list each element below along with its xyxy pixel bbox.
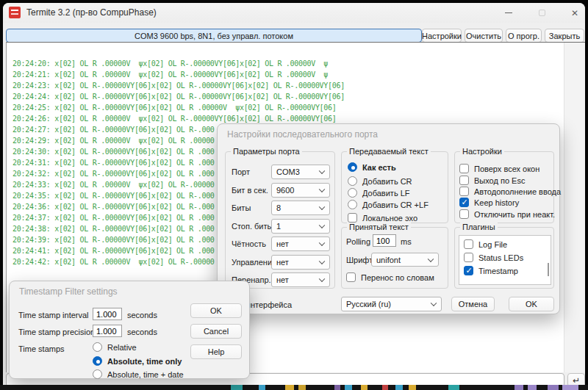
radio-icon xyxy=(93,356,102,366)
checkbox-keep-history[interactable]: Keep history xyxy=(459,198,519,207)
plugins-group: Плагины Log File Status LEDs Timestamp xyxy=(454,227,554,289)
port-parameters-group-label: Параметры порта xyxy=(231,147,302,156)
checkbox-local-echo[interactable]: Локальное эхо xyxy=(348,213,417,223)
timestamp-ok-button[interactable]: OK xyxy=(190,303,242,318)
checkbox-icon xyxy=(464,239,473,249)
timestamp-filter-dialog: Timestamp Filter settings Time stamp int… xyxy=(9,281,250,379)
taskbar-segment xyxy=(528,385,537,390)
port-select[interactable]: COM3 xyxy=(271,165,330,179)
timestamp-help-button[interactable]: Help xyxy=(190,344,242,359)
close-icon: ✕ xyxy=(571,9,578,18)
language-select[interactable]: Русский (ru) xyxy=(341,297,442,311)
taskbar-segment xyxy=(448,385,459,390)
stopbits-select[interactable]: 1 xyxy=(271,219,330,234)
interval-input[interactable] xyxy=(93,308,122,320)
flowcontrol-select[interactable]: нет xyxy=(271,255,330,270)
forward-value: нет xyxy=(276,275,289,284)
databits-select[interactable]: 8 xyxy=(271,201,330,215)
parity-label: Чётность xyxy=(232,239,266,248)
chevron-down-icon xyxy=(319,168,325,174)
chevron-down-icon xyxy=(319,187,325,192)
interval-label: Time stamp interval xyxy=(18,311,89,319)
baud-label: Бит в сек. xyxy=(232,186,268,195)
parity-value: нет xyxy=(276,239,289,248)
minimize-button[interactable] xyxy=(494,3,523,23)
options-group-label: Настройки xyxy=(460,147,504,156)
taskbar-segment xyxy=(334,385,340,390)
received-text-group-label: Принятый текст xyxy=(347,223,411,231)
baud-select[interactable]: 9600 xyxy=(271,183,330,198)
flowcontrol-label: Управление xyxy=(232,258,276,267)
serial-ok-button[interactable]: OK xyxy=(509,297,554,311)
radio-append-crlf[interactable]: Добавить CR +LF xyxy=(348,200,429,209)
terminal-line: 20:24:21: x[02] OL R .00000V ψx[02] OL R… xyxy=(12,69,345,80)
baud-value: 9600 xyxy=(276,186,294,195)
taskbar-segment xyxy=(548,385,559,390)
radio-relative[interactable]: Relative xyxy=(93,342,137,352)
close-app-button[interactable]: Закрыть xyxy=(545,29,584,43)
radio-append-nothing[interactable]: Как есть xyxy=(348,162,396,172)
radio-icon xyxy=(348,176,357,186)
port-status-button[interactable]: COM3 9600 bps, 8N1, без управл. потоком xyxy=(6,29,422,43)
radio-label: Добавить CR xyxy=(362,177,412,186)
plugin-log-file[interactable]: Log File xyxy=(464,239,507,249)
plugins-listbox[interactable]: Log File Status LEDs Timestamp xyxy=(459,235,551,285)
maximize-button[interactable] xyxy=(527,3,556,23)
radio-icon xyxy=(348,188,357,198)
radio-absolute-time-only[interactable]: Absolute, time only xyxy=(93,356,182,366)
checkbox-icon xyxy=(464,253,473,262)
checkbox-close-inactive[interactable]: Отключить при неакт. xyxy=(459,209,555,219)
checkbox-word-wrap[interactable]: Перенос по словам xyxy=(346,272,434,282)
settings-button[interactable]: Настройки xyxy=(422,29,462,43)
close-button[interactable]: ✕ xyxy=(560,3,588,23)
radio-absolute-time-date[interactable]: Absolute, time + date xyxy=(93,369,184,379)
checkbox-stay-on-top[interactable]: Поверх всех окон xyxy=(459,164,539,173)
parity-select[interactable]: нет xyxy=(271,236,330,251)
clear-button[interactable]: Очистить xyxy=(465,29,503,43)
timestamp-dialog-title: Timestamp Filter settings xyxy=(19,286,118,297)
minimize-icon xyxy=(505,12,512,13)
precision-input[interactable] xyxy=(93,325,122,337)
about-button[interactable]: О прогр. xyxy=(506,29,542,43)
radio-icon xyxy=(93,369,102,379)
terminal-line: 20:24:23: x[02] OL R-.00000VY[06]x[02] O… xyxy=(12,80,345,91)
terminal-line: 20:24:24: x[02] OL R-.00000VY[06]x[02] O… xyxy=(12,91,345,102)
precision-unit: seconds xyxy=(127,328,157,336)
taskbar-segment xyxy=(395,385,403,390)
chevron-down-icon xyxy=(319,223,325,228)
checkbox-icon xyxy=(348,213,357,223)
plugins-group-label: Плагины xyxy=(460,223,498,231)
taskbar-segment xyxy=(382,385,388,390)
titlebar: Termite 3.2 (пр-во CompuPhase) ✕ xyxy=(3,3,585,23)
taskbar-segment xyxy=(259,385,265,390)
radio-append-cr[interactable]: Добавить CR xyxy=(348,176,412,186)
checkbox-quit-on-esc[interactable]: Выход по Esc xyxy=(459,176,525,185)
radio-label: Как есть xyxy=(362,163,396,172)
terminal-line: 20:24:26: x[02] OL R .00000V ψx[02] OL R… xyxy=(12,113,345,124)
radio-append-lf[interactable]: Добавить LF xyxy=(348,188,410,198)
taskbar-segment xyxy=(285,385,294,390)
chevron-down-icon xyxy=(319,240,325,246)
checkbox-autocomplete[interactable]: Автодополнение ввода xyxy=(459,187,561,196)
serial-settings-dialog: Настройки последовательного порта Параме… xyxy=(217,123,560,314)
plugin-status-leds[interactable]: Status LEDs xyxy=(464,253,523,262)
polling-input[interactable] xyxy=(373,234,396,247)
font-label: Шрифт xyxy=(346,256,373,264)
listbox-scrollbar[interactable] xyxy=(548,263,549,276)
chevron-down-icon xyxy=(319,259,325,264)
radio-label: Absolute, time only xyxy=(107,357,182,366)
terminal-line: 20:24:25: x[02] OL R-.00000VY[06]x[02] O… xyxy=(12,102,345,113)
checkbox-icon xyxy=(464,266,473,275)
font-select[interactable]: unifont xyxy=(371,253,439,267)
flowcontrol-value: нет xyxy=(276,258,289,267)
serial-cancel-button[interactable]: Отмена xyxy=(451,297,495,311)
timestamp-cancel-button[interactable]: Cancel xyxy=(190,324,242,339)
forward-select[interactable]: нет xyxy=(271,272,330,287)
plugin-timestamp[interactable]: Timestamp xyxy=(464,266,518,275)
checkbox-icon xyxy=(459,198,469,207)
termite-app-icon xyxy=(9,7,21,18)
scrollbar[interactable] xyxy=(564,43,585,372)
transmitted-text-group-label: Передаваемый текст xyxy=(347,147,431,156)
serial-dialog-title: Настройки последовательного порта xyxy=(227,129,378,140)
maximize-icon xyxy=(539,10,545,16)
